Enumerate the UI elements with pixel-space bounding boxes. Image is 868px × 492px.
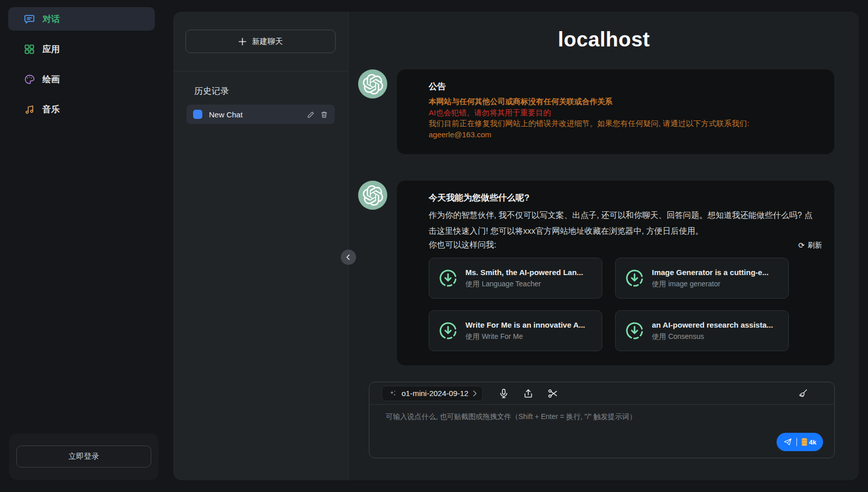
assistant-avatar: [358, 181, 387, 210]
download-circle-icon: [438, 321, 458, 340]
new-chat-button[interactable]: 新建聊天: [185, 30, 336, 53]
sidebar: 对话 应用 绘画: [0, 0, 163, 492]
chat-color-swatch: [193, 110, 202, 119]
chat-title: New Chat: [209, 110, 300, 119]
token-count: 4k: [809, 438, 816, 446]
edit-pencil-icon[interactable]: [307, 111, 315, 118]
ask-row: 你也可以这样问我: ⟳ 刷新: [429, 240, 822, 251]
chevron-right-icon: [473, 390, 477, 397]
message-bubble: 今天我能为您做些什么呢? 作为你的智慧伙伴, 我不仅可以写文案、出点子, 还可以…: [397, 181, 834, 365]
suggestion-title: Write For Me is an innovative A...: [465, 321, 585, 329]
openai-logo-icon: [363, 185, 383, 206]
assistant-avatar: [358, 69, 387, 99]
upload-icon[interactable]: [523, 388, 534, 399]
message-input[interactable]: 可输入说点什么, 也可贴截图或拖拽文件（Shift + Enter = 换行, …: [369, 405, 834, 422]
message-bubble: 公告 本网站与任何其他公司或商标没有任何关联或合作关系 AI也会犯错。请勿将其用…: [397, 69, 834, 154]
apps-grid-icon: [24, 43, 35, 55]
broom-icon: [797, 388, 809, 399]
scissors-icon[interactable]: [547, 388, 558, 399]
suggestion-subtitle: 使用 Consensus: [652, 332, 773, 341]
chat-bubble-icon: [24, 13, 35, 25]
welcome-title: 今天我能为您做些什么呢?: [429, 192, 822, 204]
send-button[interactable]: 4k: [777, 433, 823, 451]
app: { "sidebar": { "items": [ { "label": "对话…: [0, 0, 868, 492]
sidebar-item-label: 绘画: [42, 73, 60, 85]
composer: o1-mini-2024-09-12: [369, 382, 835, 458]
suggestion-subtitle: 使用 image generator: [652, 280, 768, 289]
music-note-icon: [24, 104, 35, 115]
assistant-message-announcement: 公告 本网站与任何其他公司或商标没有任何关联或合作关系 AI也会犯错。请勿将其用…: [358, 69, 834, 154]
suggestion-card[interactable]: Write For Me is an innovative A... 使用 Wr…: [429, 310, 602, 351]
suggestion-title: Image Generator is a cutting-e...: [652, 268, 768, 277]
history-item-actions: [307, 111, 328, 118]
suggestion-subtitle: 使用 Write For Me: [465, 332, 585, 341]
suggestion-card[interactable]: Image Generator is a cutting-e... 使用 ima…: [615, 258, 789, 299]
download-circle-icon: [625, 321, 644, 340]
sparkle-icon: [388, 389, 397, 398]
announcement-line: AI也会犯错。请勿将其用于重要目的: [429, 107, 822, 118]
sidebar-item-paint[interactable]: 绘画: [8, 67, 155, 91]
separator: [796, 438, 797, 446]
message-list: 公告 本网站与任何其他公司或商标没有任何关联或合作关系 AI也会犯错。请勿将其用…: [349, 69, 859, 365]
sidebar-item-music[interactable]: 音乐: [8, 97, 155, 121]
announcement-title: 公告: [429, 81, 822, 92]
openai-logo-icon: [363, 74, 383, 94]
sidebar-item-label: 应用: [42, 43, 60, 55]
collapse-panel-button[interactable]: [341, 250, 356, 265]
refresh-icon: ⟳: [798, 241, 805, 250]
model-selector[interactable]: o1-mini-2024-09-12: [382, 386, 483, 401]
suggestion-card[interactable]: Ms. Smith, the AI-powered Lan... 使用 Lang…: [429, 258, 602, 299]
ask-hint: 你也可以这样问我:: [429, 240, 496, 251]
download-circle-icon: [625, 268, 644, 288]
assistant-message-welcome: 今天我能为您做些什么呢? 作为你的智慧伙伴, 我不仅可以写文案、出点子, 还可以…: [358, 181, 834, 365]
suggestion-title: Ms. Smith, the AI-powered Lan...: [465, 268, 583, 277]
suggestion-grid: Ms. Smith, the AI-powered Lan... 使用 Lang…: [429, 258, 822, 351]
sidebar-item-label: 音乐: [42, 104, 60, 115]
clear-context-button[interactable]: [797, 388, 809, 399]
suggestion-card[interactable]: an AI-powered research assista... 使用 Con…: [615, 310, 789, 351]
collapse-chevron-icon: [345, 254, 352, 261]
announcement-line: 本网站与任何其他公司或商标没有任何关联或合作关系: [429, 96, 822, 107]
chat-area: localhost 公告 本网站与任何其他公司或商标没有任何关联或合作关系 AI…: [349, 12, 859, 480]
trash-icon[interactable]: [320, 111, 328, 118]
paper-plane-icon: [783, 437, 792, 447]
microphone-icon[interactable]: [498, 388, 509, 399]
suggestion-title: an AI-powered research assista...: [652, 321, 773, 329]
model-name: o1-mini-2024-09-12: [402, 389, 468, 398]
plus-icon: [239, 38, 246, 45]
new-chat-label: 新建聊天: [252, 37, 283, 46]
contact-email-link[interactable]: ageerle@163.com: [429, 129, 822, 140]
composer-input-area: 可输入说点什么, 也可贴截图或拖拽文件（Shift + Enter = 换行, …: [369, 405, 834, 458]
token-count-badge: 4k: [801, 438, 816, 446]
welcome-body: 作为你的智慧伙伴, 我不仅可以写文案、出点子, 还可以和你聊天、回答问题。想知道…: [429, 207, 814, 239]
login-card: 立即登录: [9, 433, 158, 480]
sidebar-nav: 对话 应用 绘画: [8, 7, 155, 128]
divider: [173, 71, 348, 71]
history-title: 历史记录: [194, 85, 348, 97]
chat-list-panel: 新建聊天 历史记录 New Chat: [173, 12, 348, 480]
sidebar-item-label: 对话: [42, 13, 60, 25]
main-container: 新建聊天 历史记录 New Chat localhost: [173, 12, 859, 480]
token-coin-icon: [801, 438, 808, 446]
palette-icon: [24, 73, 35, 85]
page-title: localhost: [349, 28, 859, 51]
suggestion-subtitle: 使用 Language Teacher: [465, 280, 583, 289]
sidebar-item-apps[interactable]: 应用: [8, 37, 155, 61]
download-circle-icon: [438, 268, 458, 288]
sidebar-item-chat[interactable]: 对话: [8, 7, 155, 31]
composer-tools: [498, 388, 558, 399]
history-item[interactable]: New Chat: [186, 105, 335, 124]
login-button[interactable]: 立即登录: [16, 446, 151, 468]
refresh-suggestions-button[interactable]: ⟳ 刷新: [798, 241, 822, 250]
announcement-line: 我们目前正在修复我们网站上的错误并改进细节。如果您有任何疑问, 请通过以下方式联…: [429, 118, 822, 129]
refresh-label: 刷新: [808, 241, 822, 250]
composer-toolbar: o1-mini-2024-09-12: [369, 382, 834, 405]
